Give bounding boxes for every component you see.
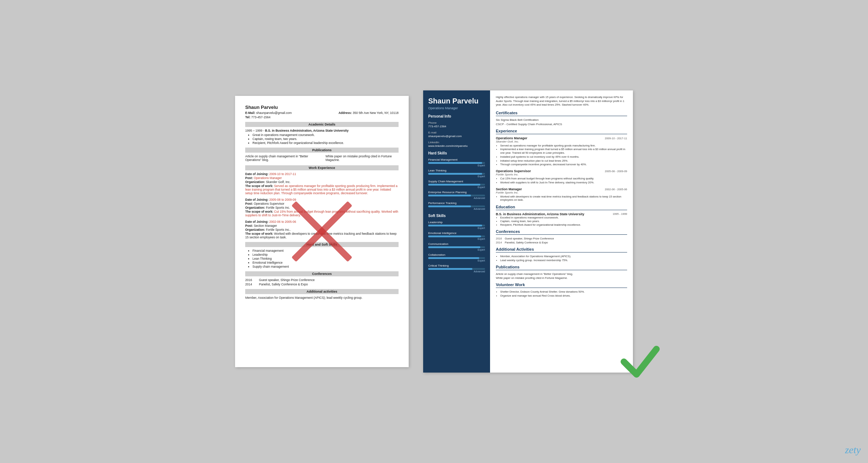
vol-title: Volunteer Work	[496, 283, 627, 288]
edu-1: B.S. in Business Administration, Arizona…	[496, 212, 627, 226]
left-job-3: Date of Joining: 2002-06 to 2005-06 Post…	[245, 220, 399, 239]
left-job-2: Date of Joining: 2005-08 to 2009-09 Post…	[245, 198, 399, 217]
resume-main: Highly effective operations manager with…	[490, 90, 633, 373]
left-address: Address: 350 5th Ave New York, NY, 10118	[339, 111, 399, 115]
left-contact: E-Mail: shaunparvelu@gmail.com Address: …	[245, 111, 399, 115]
add-act-list: Member, Association for Operations Manag…	[496, 255, 627, 262]
right-pub-1: Article on supply chain management in "B…	[496, 272, 627, 276]
left-job-1: Date of Joining: 2009-10 to 2017-11 Post…	[245, 172, 399, 195]
right-conf-1: 2016 Guest speaker, Shingo Prize Confere…	[496, 237, 627, 240]
soft-skill-1: Leadership Expert	[428, 221, 485, 229]
left-work-header: Work Experience	[245, 165, 399, 170]
phone-value: 773-457-1564	[428, 125, 485, 128]
add-title: Additional Activities	[496, 247, 627, 252]
left-academic-body: 1995 – 1999 - B.S. in Business Administr…	[245, 129, 399, 145]
left-conf-2: 2014 Panelist, Safety Conference & Expo	[245, 283, 399, 286]
left-add-body: Member, Association for Operations Manag…	[245, 296, 399, 300]
hard-skill-1: Financial Management Expert	[428, 158, 485, 167]
email-value: shaunparvelu@gmail.com	[428, 135, 485, 138]
phone-label: Phone	[428, 121, 485, 124]
resume-sidebar: Shaun Parvelu Operations Manager Persona…	[423, 90, 490, 373]
right-job-1: Operations Manager 2009-10 - 2017-11 Ska…	[496, 136, 627, 167]
right-job-3: Section Manager 2002-06 - 2005-06 Fortil…	[496, 187, 627, 202]
left-pub-body: Article on supply chain management in "B…	[245, 154, 399, 162]
exp-title: Experience	[496, 129, 627, 134]
edu-title: Education	[496, 205, 627, 210]
right-name: Shaun Parvelu	[428, 97, 485, 105]
left-name: Shaun Parvelu	[245, 105, 399, 110]
left-work-body: Date of Joining: 2009-10 to 2017-11 Post…	[245, 172, 399, 239]
left-academic-header: Academic Details	[245, 122, 399, 127]
left-tel: Tel: 773-457-1564	[245, 115, 399, 119]
hard-skill-2: Lean Thinking Expert	[428, 169, 485, 178]
hard-skills-title: Hard Skills	[428, 151, 485, 155]
cert-1: Six Sigma Black Belt Certification	[496, 118, 627, 122]
left-add-header: Additional activities	[245, 289, 399, 294]
left-pub-header: Publications	[245, 148, 399, 153]
cert-2: CSCP - Certified Supply Chain Profession…	[496, 123, 627, 126]
linkedin-label: LinkedIn	[428, 141, 485, 144]
left-conf-header: Conferences	[245, 271, 399, 276]
left-skills-header: Hard and Soft Skills	[245, 242, 399, 247]
soft-skill-2: Emotional Intelligence Expert	[428, 232, 485, 240]
zety-logo: zety	[845, 444, 861, 456]
hard-skill-5: Performance Tracking Advanced	[428, 201, 485, 210]
vol-list: Shelter Director, Dobson County Animal S…	[496, 290, 627, 297]
soft-skill-4: Collaboration Expert	[428, 253, 485, 262]
right-title: Operations Manager	[428, 106, 485, 110]
personal-info-title: Personal Info	[428, 114, 485, 118]
linkedin-value: www.linkedin.com/in/shparvelu	[428, 144, 485, 148]
right-job-2: Operations Supervisor 2005-08 - 2009-09 …	[496, 169, 627, 184]
hard-skill-3: Supply Chain Management Expert	[428, 180, 485, 188]
email-label: E-mail	[428, 131, 485, 134]
pub-title: Publications	[496, 265, 627, 270]
left-email: E-Mail: shaunparvelu@gmail.com	[245, 111, 292, 115]
resume-bad: Shaun Parvelu E-Mail: shaunparvelu@gmail…	[235, 96, 409, 367]
summary: Highly effective operations manager with…	[496, 95, 627, 107]
soft-skill-5: Critical Thinking Advanced	[428, 264, 485, 273]
right-pub-2: White paper on mistake proofing cited in…	[496, 276, 627, 280]
conf-title: Conferences	[496, 229, 627, 235]
certs-title: Certificates	[496, 111, 627, 116]
left-skills-body: Financial management Leadership Lean Thi…	[245, 249, 399, 268]
soft-skills-title: Soft Skills	[428, 214, 485, 218]
left-conf-body: 2016 Guest speaker, Shingo Prize Confere…	[245, 278, 399, 286]
right-conf-2: 2014 Panelist, Safety Conference & Expo	[496, 241, 627, 244]
hard-skill-4: Enterprise Resource Planning Advanced	[428, 191, 485, 199]
soft-skill-3: Communication Expert	[428, 242, 485, 251]
resume-good: Shaun Parvelu Operations Manager Persona…	[423, 90, 633, 373]
left-conf-1: 2016 Guest speaker, Shingo Prize Confere…	[245, 278, 399, 282]
